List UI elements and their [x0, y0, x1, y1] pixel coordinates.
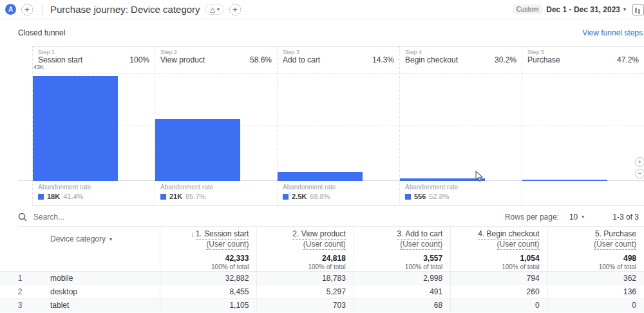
step-number-label: Step 1 — [38, 49, 149, 55]
table-toolbar: Rows per page: 10 ▾ 1-3 of 3 — [18, 207, 644, 227]
step-name-label: Add to cart — [283, 55, 320, 64]
funnel-step-column[interactable] — [32, 68, 155, 181]
abandonment-cell: Abandonment rate2.5K69.8% — [277, 181, 399, 205]
abandonment-count: 556 — [414, 193, 426, 200]
abandonment-rate-label: Abandonment rate — [283, 184, 394, 191]
legend-square-icon — [405, 194, 411, 200]
metric-column-header[interactable]: ↓1. Session start(User count) — [160, 227, 256, 251]
zoom-in-button[interactable]: + — [635, 157, 644, 167]
funnel-bar[interactable] — [278, 172, 363, 181]
abandonment-percent: 52.8% — [429, 193, 449, 200]
metric-total-percent: 100% of total — [556, 263, 636, 270]
device-category-header[interactable]: Device category ▾ — [40, 227, 160, 251]
legend-square-icon — [283, 194, 289, 200]
metric-value-cell: 2,998 — [354, 272, 450, 285]
metric-value-cell: 703 — [256, 299, 353, 312]
funnel-step-header: Step 3Add to cart14.3% — [277, 47, 399, 68]
add-step-button[interactable]: + — [229, 4, 241, 15]
pagination-controls: Rows per page: 10 ▾ 1-3 of 3 — [505, 213, 644, 222]
warning-triangle-icon: △ — [210, 5, 215, 14]
funnel-step-column[interactable] — [522, 68, 644, 181]
chevron-down-icon: ▾ — [217, 6, 220, 12]
device-name-cell: tablet — [40, 299, 160, 312]
date-range-selector[interactable]: Dec 1 - Dec 31, 2023 ▾ — [546, 5, 626, 14]
metric-value-cell: 260 — [450, 285, 547, 298]
funnel-bar[interactable] — [33, 76, 118, 181]
row-index: 3 — [0, 299, 40, 312]
table-row[interactable]: 3tablet1,1057036800 — [0, 299, 644, 312]
funnel-step-column[interactable] — [399, 68, 522, 181]
metric-value-cell: 0 — [450, 299, 547, 312]
metric-total-percent: 100% of total — [265, 263, 345, 270]
funnel-step-column[interactable] — [277, 68, 399, 181]
metric-value-cell: 491 — [354, 285, 450, 298]
metric-column-header[interactable]: 2. View product(User count) — [256, 227, 353, 251]
metric-total-value: 498 — [556, 254, 636, 263]
step-number-label: Step 2 — [160, 49, 272, 55]
device-name-cell: desktop — [40, 285, 160, 298]
abandonment-row: Abandonment rate18K41.4%Abandonment rate… — [32, 181, 644, 206]
table-row[interactable]: 1mobile32,88218,7832,998794362 — [0, 272, 644, 285]
metric-total-percent: 100% of total — [459, 263, 539, 270]
metric-value-cell: 68 — [354, 299, 450, 312]
funnel-step-header: Step 4Begin checkout30.2% — [399, 47, 522, 68]
search-icon — [18, 213, 27, 222]
funnel-step-column[interactable] — [155, 68, 277, 181]
abandonment-count: 18K — [47, 193, 60, 200]
funnel-bar[interactable] — [155, 119, 240, 181]
zoom-out-button[interactable]: − — [635, 169, 644, 178]
analytics-tab-icon[interactable]: A — [5, 4, 16, 15]
view-funnel-steps-link[interactable]: View funnel steps — [582, 28, 643, 37]
abandonment-cell: Abandonment rate55652.8% — [399, 181, 522, 205]
search-box[interactable] — [18, 213, 505, 222]
legend-square-icon — [38, 194, 44, 200]
chevron-down-icon: ▾ — [582, 214, 584, 220]
date-range-value: Dec 1 - Dec 31, 2023 — [546, 5, 620, 14]
metric-column-header[interactable]: 3. Add to cart(User count) — [354, 227, 450, 251]
add-tab-button[interactable]: + — [21, 4, 33, 15]
metric-column-header[interactable]: 5. Purchase(User count) — [547, 227, 644, 251]
row-index: 1 — [0, 272, 40, 285]
abandonment-rate-label: Abandonment rate — [38, 184, 149, 191]
metric-total-value: 42,333 — [168, 254, 249, 263]
funnel-step-header: Step 2View product58.6% — [155, 47, 277, 68]
metric-column-header[interactable]: 4. Begin checkout(User count) — [450, 227, 547, 251]
metric-total-cell: 498100% of total — [547, 251, 644, 271]
funnel-bar[interactable] — [522, 180, 607, 181]
funnel-bar[interactable] — [400, 178, 485, 181]
metric-value-cell: 32,882 — [160, 272, 256, 285]
step-percent-label: 58.6% — [250, 55, 272, 64]
warning-dropdown-button[interactable]: △ ▾ — [205, 4, 224, 15]
table-totals-row: 42,333100% of total24,818100% of total3,… — [0, 251, 644, 272]
step-number-label: Step 3 — [283, 49, 394, 55]
chart-panel-icon[interactable] — [632, 4, 644, 15]
metric-total-cell: 3,557100% of total — [354, 251, 450, 271]
step-number-label: Step 4 — [405, 49, 516, 55]
abandonment-percent: 41.4% — [63, 193, 83, 200]
step-percent-label: 47.2% — [617, 55, 639, 64]
metric-total-value: 1,054 — [459, 254, 539, 263]
metric-value-cell: 5,297 — [256, 285, 353, 298]
abandonment-rate-label: Abandonment rate — [405, 184, 516, 191]
chevron-down-icon: ▾ — [623, 6, 626, 12]
step-name-label: Session start — [38, 55, 82, 64]
metric-value-cell: 8,455 — [160, 285, 256, 298]
funnel-table: Device category ▾ ↓1. Session start(User… — [0, 227, 644, 312]
metric-value-cell: 18,783 — [256, 272, 353, 285]
table-row[interactable]: 2desktop8,4555,297491260136 — [0, 285, 644, 299]
abandonment-percent: 69.8% — [310, 193, 330, 200]
metric-total-cell: 42,333100% of total — [160, 251, 256, 271]
metric-value-cell: 794 — [450, 272, 547, 285]
top-bar: A + Purchase journey: Device category △ … — [0, 0, 644, 19]
device-name-cell: mobile — [40, 272, 160, 285]
ga4-exploration-screen: A + Purchase journey: Device category △ … — [0, 0, 644, 313]
chevron-down-icon: ▾ — [109, 236, 112, 242]
step-percent-label: 30.2% — [495, 55, 516, 64]
metric-total-value: 3,557 — [362, 254, 442, 263]
abandonment-rate-label: Abandonment rate — [160, 184, 272, 191]
rows-per-page-select[interactable]: 10 ▾ — [569, 213, 584, 222]
abandonment-count: 21K — [169, 193, 182, 200]
metric-total-cell: 24,818100% of total — [256, 251, 353, 271]
metric-value-cell: 0 — [547, 299, 644, 312]
search-input[interactable] — [33, 213, 227, 222]
